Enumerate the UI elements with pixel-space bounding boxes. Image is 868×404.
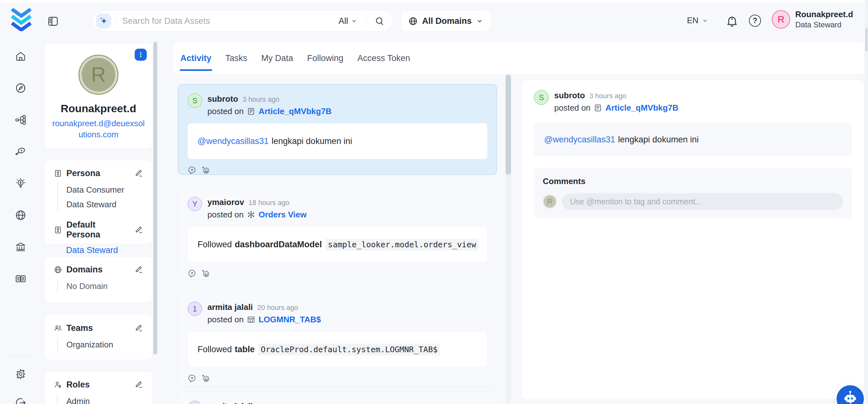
feed-time: 20 hours ago — [257, 304, 298, 312]
edit-domains-icon[interactable] — [135, 265, 143, 274]
nav-observability-icon[interactable] — [14, 146, 27, 158]
profile-avatar: R — [79, 55, 119, 95]
comment-input-pill[interactable] — [562, 193, 843, 210]
domains-card: Domains No Domain — [44, 256, 152, 302]
persona-item: Data Consumer — [66, 183, 143, 197]
domains-filter-button[interactable]: All Domains — [401, 10, 491, 31]
tab-access-token[interactable]: Access Token — [356, 42, 411, 75]
feed-target-link[interactable]: Orders View — [258, 210, 307, 220]
globe-icon — [54, 265, 62, 274]
persona-title: Persona — [66, 169, 100, 178]
app-logo-icon[interactable] — [11, 8, 32, 31]
teams-value: Organization — [66, 338, 143, 352]
comment-input[interactable] — [570, 197, 835, 206]
feed-action: posted on — [207, 315, 244, 324]
feed-action: posted on — [207, 107, 244, 116]
roles-icon — [54, 380, 62, 389]
feed-item[interactable]: 1 armita jalali 20 hours ago posted on L… — [178, 292, 497, 386]
chevron-down-icon — [702, 17, 709, 24]
feed-scrollbar[interactable] — [506, 74, 511, 404]
tab-my-data[interactable]: My Data — [261, 42, 294, 75]
help-icon[interactable]: ? — [749, 15, 761, 27]
window-top-strip — [0, 0, 868, 3]
globe-icon — [408, 16, 418, 26]
feed-scrollbar-thumb[interactable] — [506, 75, 511, 175]
search-icon[interactable] — [374, 16, 384, 26]
feed-item-selected[interactable]: S subroto 3 hours ago posted on Article_… — [178, 84, 497, 175]
nav-settings-icon[interactable] — [14, 368, 27, 380]
user-menu[interactable]: R Rounakpreet.d Data Steward — [772, 9, 868, 29]
feed-item[interactable]: 1 armita jalali — [178, 392, 497, 404]
detail-action: posted on — [554, 103, 590, 113]
nav-insights-icon[interactable] — [14, 177, 27, 190]
feed-message: @wendycasillas31 lengkapi dokumen ini — [188, 123, 487, 159]
profile-menu-button[interactable] — [135, 49, 147, 61]
profile-email[interactable]: rounakpreet.d@deuexsolutions.com — [52, 118, 145, 140]
feed-item[interactable]: Y ymaiorov 18 hours ago posted on — [178, 187, 497, 280]
avatar: 1 — [188, 301, 202, 316]
detail-time: 3 hours ago — [589, 92, 626, 100]
chevron-down-icon — [476, 17, 484, 25]
article-icon — [247, 107, 255, 116]
teams-card: Teams Organization — [44, 315, 152, 360]
nav-govern-icon[interactable] — [14, 241, 27, 253]
roles-title: Roles — [66, 380, 90, 390]
edit-roles-icon[interactable] — [135, 380, 143, 389]
tab-following[interactable]: Following — [307, 42, 344, 75]
mention-link[interactable]: @wendycasillas31 — [197, 136, 269, 146]
nav-explore-icon[interactable] — [14, 82, 27, 94]
add-reaction-icon[interactable] — [202, 269, 210, 278]
nav-logout-icon[interactable] — [14, 397, 27, 404]
edit-persona-icon[interactable] — [135, 169, 143, 178]
tab-activity[interactable]: Activity — [180, 42, 212, 75]
edit-default-persona-icon[interactable] — [135, 226, 143, 234]
domains-title: Domains — [66, 265, 102, 275]
reply-icon[interactable] — [188, 269, 196, 278]
comment-avatar: R — [543, 195, 557, 208]
page-scrollbar-thumb[interactable] — [865, 28, 868, 52]
profile-name: Rounakpreet.d — [45, 103, 152, 115]
edit-teams-icon[interactable] — [135, 324, 143, 333]
default-persona-value[interactable]: Data Steward — [66, 246, 143, 255]
persona-item: Data Steward — [66, 197, 143, 212]
feed-target-link[interactable]: LOGMNR_TAB$ — [258, 315, 321, 324]
sidebar-toggle-icon[interactable] — [47, 15, 59, 27]
feed-target-link[interactable]: Article_qMVbkg7B — [258, 107, 332, 116]
profile-scrollbar-thumb[interactable] — [153, 42, 157, 354]
feed-user: subroto — [207, 94, 238, 104]
page-scrollbar[interactable] — [865, 0, 868, 404]
profile-tabs: Activity Tasks My Data Following Access … — [173, 41, 865, 75]
avatar: S — [534, 90, 549, 105]
search-input[interactable] — [122, 16, 339, 26]
avatar: S — [188, 93, 202, 108]
feed-time: 3 hours ago — [243, 95, 279, 104]
avatar: 1 — [188, 401, 202, 404]
domains-value: No Domain — [66, 279, 143, 294]
add-reaction-icon[interactable] — [202, 374, 210, 383]
table-icon — [247, 315, 255, 324]
reply-icon[interactable] — [188, 374, 196, 383]
detail-target-link[interactable]: Article_qMVbkg7B — [606, 103, 678, 113]
language-label: EN — [687, 16, 699, 25]
nav-home-icon[interactable] — [14, 50, 27, 62]
app-window: All All Domains EN — [0, 0, 868, 404]
search-scope-dropdown[interactable]: All — [339, 16, 358, 26]
data-model-icon — [247, 210, 255, 219]
persona-card: Persona Data Consumer Data Steward — [44, 160, 152, 244]
global-search-bar[interactable]: All — [93, 10, 393, 31]
feed-message: Followed dashboardDataModel sample_looke… — [188, 227, 487, 262]
nav-domains-icon[interactable] — [14, 209, 27, 221]
mention-link[interactable]: @wendycasillas31 — [544, 135, 615, 145]
language-selector[interactable]: EN — [687, 16, 709, 25]
add-reaction-icon[interactable] — [202, 166, 210, 174]
tab-tasks[interactable]: Tasks — [225, 42, 248, 75]
profile-scrollbar[interactable] — [153, 41, 157, 404]
notifications-bell-icon[interactable] — [725, 15, 739, 28]
chevron-down-icon — [351, 18, 358, 25]
nav-glossary-icon[interactable] — [14, 273, 27, 285]
reply-icon[interactable] — [188, 166, 196, 174]
nav-lineage-icon[interactable] — [14, 114, 27, 126]
ai-sparkle-button[interactable] — [96, 13, 111, 29]
divider — [116, 16, 117, 26]
roles-card: Roles Admin — [44, 371, 152, 404]
